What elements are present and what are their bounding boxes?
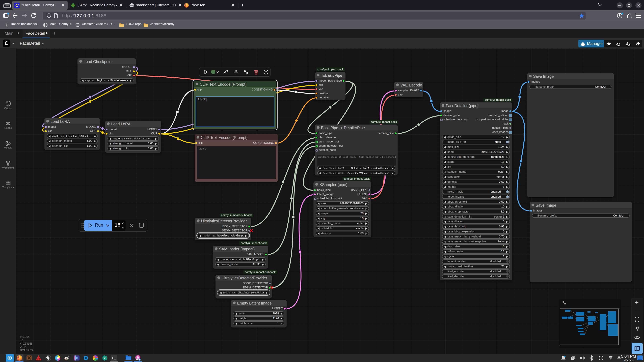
svg-text:?: ? [265, 70, 267, 74]
